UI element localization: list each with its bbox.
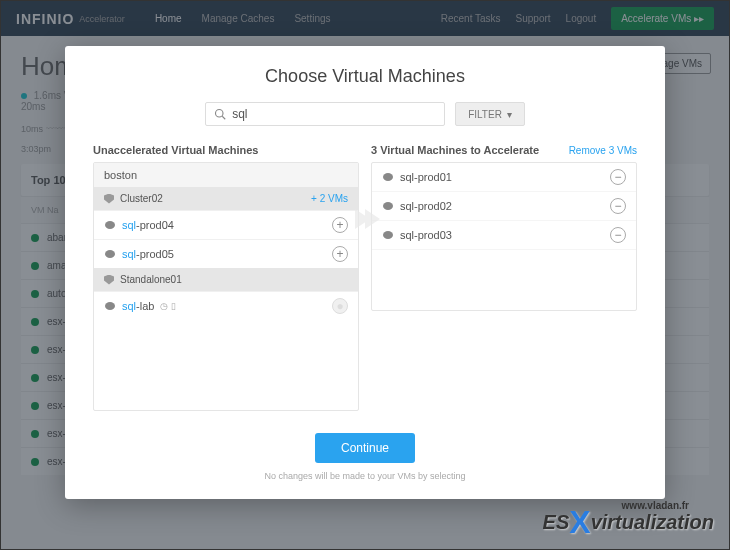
vm-icon — [104, 300, 116, 312]
vm-row-sql-prod05[interactable]: sql-prod05 + — [94, 239, 358, 268]
left-col-title: Unaccelerated Virtual Machines — [93, 144, 258, 156]
search-row: FILTER ▾ — [93, 102, 637, 126]
cluster-name: Cluster02 — [120, 193, 163, 204]
search-input[interactable] — [232, 107, 436, 121]
add-vm-button-disabled: ● — [332, 298, 348, 314]
vm-icon — [104, 219, 116, 231]
columns: Unaccelerated Virtual Machines boston Cl… — [93, 144, 637, 411]
cluster-name: Standalone01 — [120, 274, 182, 285]
vm-row-sql-prod02[interactable]: sql-prod02 − — [372, 192, 636, 221]
cluster-icon — [104, 275, 114, 285]
choose-vms-modal: Choose Virtual Machines FILTER ▾ Unaccel… — [65, 46, 665, 499]
remove-vm-button[interactable]: − — [610, 198, 626, 214]
cluster-row-cluster02[interactable]: Cluster02 + 2 VMs — [94, 187, 358, 210]
vm-icon — [382, 229, 394, 241]
vm-icon — [104, 248, 116, 260]
vm-name: sql-prod04 — [122, 219, 174, 231]
vm-icon — [382, 200, 394, 212]
vm-name: sql-prod05 — [122, 248, 174, 260]
chevron-down-icon: ▾ — [507, 109, 512, 120]
remove-all-link[interactable]: Remove 3 VMs — [569, 145, 637, 156]
cluster-vm-count[interactable]: + 2 VMs — [311, 193, 348, 204]
cluster-icon — [104, 194, 114, 204]
right-col-title: 3 Virtual Machines to Accelerate — [371, 144, 539, 156]
watermark-url: www.vladan.fr — [622, 500, 689, 511]
vm-name: sql-prod01 — [400, 171, 452, 183]
continue-button[interactable]: Continue — [315, 433, 415, 463]
add-vm-button[interactable]: + — [332, 217, 348, 233]
search-box[interactable] — [205, 102, 445, 126]
modal-overlay: Choose Virtual Machines FILTER ▾ Unaccel… — [1, 1, 729, 549]
accelerate-panel: sql-prod01 − sql-prod02 − sql-prod03 − — [371, 162, 637, 311]
vm-row-sql-prod04[interactable]: sql-prod04 + — [94, 210, 358, 239]
vm-row-sql-prod01[interactable]: sql-prod01 − — [372, 163, 636, 192]
vm-row-sql-prod03[interactable]: sql-prod03 − — [372, 221, 636, 250]
transfer-arrow-icon — [350, 204, 380, 238]
site-header: boston — [94, 163, 358, 187]
right-column: 3 Virtual Machines to Accelerate Remove … — [371, 144, 637, 411]
vm-name: sql-lab — [122, 300, 154, 312]
svg-line-1 — [222, 116, 225, 119]
cluster-row-standalone01[interactable]: Standalone01 — [94, 268, 358, 291]
search-icon — [214, 108, 226, 120]
footer-note: No changes will be made to your VMs by s… — [93, 471, 637, 481]
filter-button[interactable]: FILTER ▾ — [455, 102, 525, 126]
modal-title: Choose Virtual Machines — [93, 66, 637, 87]
remove-vm-button[interactable]: − — [610, 169, 626, 185]
vm-name: sql-prod02 — [400, 200, 452, 212]
vm-row-sql-lab[interactable]: sql-lab ◷▯ ● — [94, 291, 358, 320]
vm-badges: ◷▯ — [160, 301, 176, 311]
svg-point-0 — [216, 110, 224, 118]
filter-label: FILTER — [468, 109, 502, 120]
clock-icon: ◷ — [160, 301, 168, 311]
unaccelerated-panel: boston Cluster02 + 2 VMs sql-prod04 + — [93, 162, 359, 411]
disk-badge-icon: ▯ — [171, 301, 176, 311]
left-column: Unaccelerated Virtual Machines boston Cl… — [93, 144, 359, 411]
add-vm-button[interactable]: + — [332, 246, 348, 262]
vm-icon — [382, 171, 394, 183]
vm-name: sql-prod03 — [400, 229, 452, 241]
modal-footer: Continue No changes will be made to your… — [93, 433, 637, 481]
remove-vm-button[interactable]: − — [610, 227, 626, 243]
